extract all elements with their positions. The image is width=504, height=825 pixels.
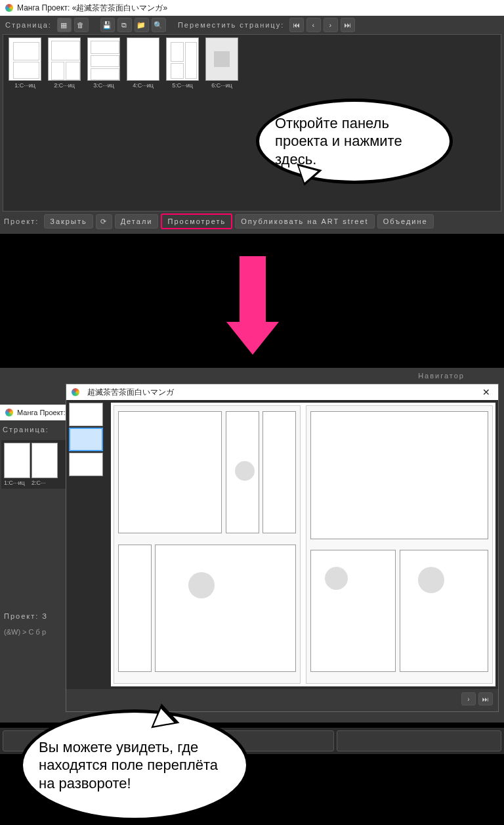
window-title-partial: Манга Проект:	[17, 409, 66, 416]
prev-icon: ‹	[312, 21, 316, 29]
folder-button[interactable]: 📁	[135, 18, 149, 32]
refresh-button[interactable]: ⟳	[96, 214, 112, 229]
move-first-button[interactable]: ⏮	[289, 18, 304, 32]
page-thumb[interactable]: 4:С···иц	[124, 37, 162, 89]
manga-page-left	[114, 405, 301, 684]
page-thumb[interactable]: 6:С···иц	[203, 37, 241, 89]
page-thumb[interactable]: 1:С···иц	[4, 443, 30, 486]
save-icon: 💾	[102, 21, 113, 30]
trash-icon: 🗑	[77, 21, 85, 29]
callout-bubble-2: Вы можете увидеть, где находятся поле пе…	[20, 709, 249, 821]
search-button[interactable]: 🔍	[152, 18, 166, 32]
close-icon[interactable]: ✕	[480, 387, 493, 397]
close-button-partial[interactable]: З	[42, 612, 48, 620]
page-label: Страница:	[5, 21, 52, 29]
move-label: Переместить страницу:	[178, 21, 284, 29]
project-label: Проект:	[4, 612, 39, 620]
spread-thumb-selected[interactable]	[69, 428, 103, 451]
page-thumb[interactable]: 3:С···иц	[85, 37, 123, 89]
preview-button[interactable]: Просмотреть	[161, 213, 232, 229]
callout-bubble-1: Откройте панель проекта и нажмите здесь.	[256, 99, 453, 184]
page-toolbar: Страница: ▦ 🗑 💾 ⧉ 📁 🔍 Переместить страни…	[0, 16, 504, 34]
spread-thumbnails	[69, 403, 108, 686]
spread-thumb[interactable]	[69, 453, 103, 476]
footer-tab[interactable]	[337, 730, 501, 751]
preview-dialog: 超滅茶苦茶面白いマンガ ✕	[66, 384, 499, 712]
callout-text: Откройте панель проекта и нажмите здесь.	[275, 114, 434, 169]
project-label: Проект:	[4, 217, 39, 225]
preview-footer: › ⏭	[66, 689, 498, 709]
page-thumb[interactable]: 2:С···	[32, 443, 58, 486]
move-last-button[interactable]: ⏭	[341, 18, 355, 32]
grid-icon: ▦	[60, 21, 68, 30]
project-toolbar: Проект: Закрыть ⟳ Детали Просмотреть Опу…	[0, 212, 504, 231]
search-icon: 🔍	[154, 21, 164, 30]
last-icon: ⏭	[344, 21, 352, 29]
publish-button[interactable]: Опубликовать на ART street	[235, 214, 374, 229]
merge-button[interactable]: Объедине	[377, 214, 434, 229]
manga-page-right	[306, 405, 493, 684]
dialog-title: 超滅茶苦茶面白いマンガ	[87, 387, 174, 398]
arrow-down-icon	[230, 256, 276, 355]
page-thumb[interactable]: 1:С···иц	[6, 37, 44, 89]
last-button[interactable]: ⏭	[478, 692, 493, 705]
app-icon	[72, 388, 79, 396]
close-button[interactable]: Закрыть	[44, 214, 93, 229]
spread-thumb[interactable]	[69, 403, 103, 426]
window-title: Манга Проект: «超滅茶苦茶面白いマンガ»	[17, 3, 167, 14]
details-button[interactable]: Детали	[115, 214, 159, 229]
app-icon	[5, 4, 13, 12]
preview-result-panel: Навигатор Манга Проект: Страница: 1:С···…	[0, 368, 504, 723]
app-icon	[5, 409, 13, 416]
titlebar: Манга Проект: «超滅茶苦茶面白いマンガ»	[0, 0, 504, 16]
new-page-button[interactable]: ▦	[57, 18, 72, 32]
next-button[interactable]: ›	[461, 692, 476, 705]
callout-text: Вы можете увидеть, где находятся поле пе…	[39, 738, 230, 793]
page-thumb[interactable]: 2:С···иц	[45, 37, 83, 89]
dialog-titlebar: 超滅茶苦茶面白いマンガ ✕	[66, 384, 498, 400]
move-next-button[interactable]: ›	[324, 18, 338, 32]
next-icon: ›	[329, 21, 333, 29]
spread-preview[interactable]	[111, 403, 495, 686]
save-button[interactable]: 💾	[100, 18, 115, 32]
page-label: Страница:	[3, 426, 49, 434]
preview-body	[66, 400, 498, 689]
folder-icon: 📁	[136, 21, 147, 30]
copy-button[interactable]: ⧉	[117, 18, 132, 32]
navigator-label: Навигатор	[418, 372, 465, 380]
delete-page-button[interactable]: 🗑	[74, 18, 89, 32]
copy-icon: ⧉	[121, 21, 128, 30]
page-thumb[interactable]: 5:С···иц	[163, 37, 201, 89]
first-icon: ⏮	[293, 21, 301, 29]
move-prev-button[interactable]: ‹	[306, 18, 321, 32]
